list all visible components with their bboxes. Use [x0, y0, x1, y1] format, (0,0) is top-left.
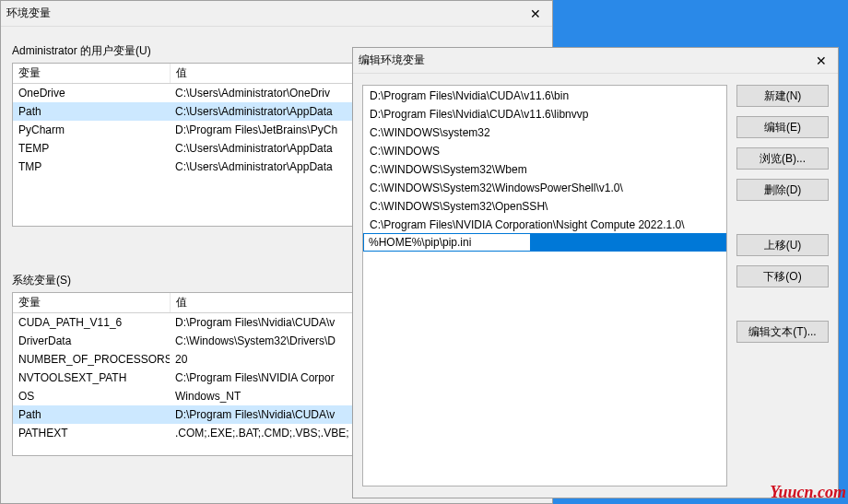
list-item[interactable]: C:\WINDOWS: [363, 141, 726, 159]
path-edit-input[interactable]: [364, 234, 530, 251]
list-item[interactable]: C:\WINDOWS\System32\OpenSSH\: [363, 196, 726, 215]
path-list[interactable]: D:\Program Files\Nvidia\CUDA\v11.6\binD:…: [362, 85, 727, 486]
new-button[interactable]: 新建(N): [736, 85, 829, 107]
close-icon[interactable]: ✕: [524, 5, 547, 23]
col-var[interactable]: 变量: [13, 64, 170, 84]
side-buttons: 新建(N) 编辑(E) 浏览(B)... 删除(D) 上移(U) 下移(O) 编…: [736, 85, 829, 486]
list-item[interactable]: D:\Program Files\Nvidia\CUDA\v11.6\bin: [363, 86, 726, 104]
env-titlebar: 环境变量 ✕: [1, 1, 552, 27]
browse-button[interactable]: 浏览(B)...: [736, 147, 829, 170]
close-icon[interactable]: ✕: [810, 52, 832, 70]
edit-env-window: 编辑环境变量 ✕ D:\Program Files\Nvidia\CUDA\v1…: [352, 47, 839, 498]
move-down-button[interactable]: 下移(O): [736, 265, 829, 287]
list-item[interactable]: C:\WINDOWS\System32\Wbem: [363, 159, 726, 178]
list-item[interactable]: C:\WINDOWS\system32: [363, 123, 726, 141]
edit-button[interactable]: 编辑(E): [736, 116, 829, 138]
delete-button[interactable]: 删除(D): [736, 179, 829, 201]
list-item[interactable]: C:\WINDOWS\System32\WindowsPowerShell\v1…: [363, 178, 726, 196]
edit-text-button[interactable]: 编辑文本(T)...: [736, 321, 829, 343]
list-item-editing[interactable]: [363, 233, 726, 252]
list-item[interactable]: C:\Program Files\NVIDIA Corporation\Nsig…: [363, 215, 726, 233]
move-up-button[interactable]: 上移(U): [736, 234, 829, 256]
edit-title: 编辑环境变量: [359, 53, 810, 68]
env-title: 环境变量: [6, 6, 524, 21]
edit-titlebar: 编辑环境变量 ✕: [353, 48, 838, 74]
list-item[interactable]: D:\Program Files\Nvidia\CUDA\v11.6\libnv…: [363, 104, 726, 123]
col-var[interactable]: 变量: [13, 293, 170, 313]
